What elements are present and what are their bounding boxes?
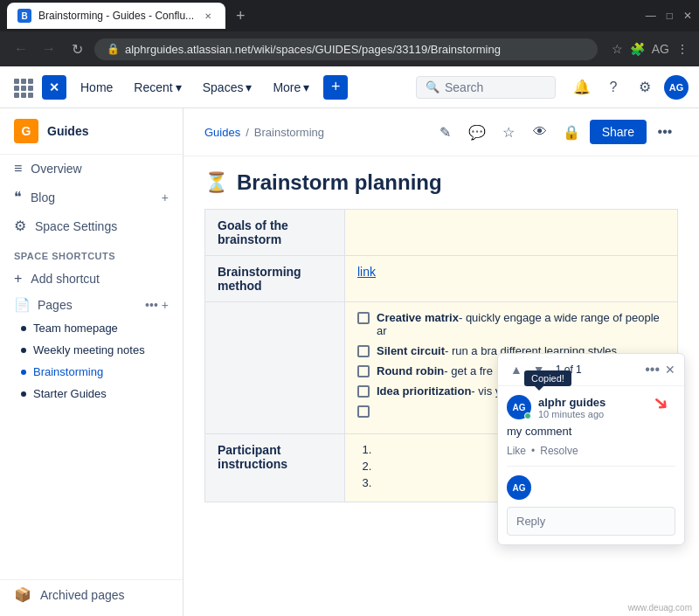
- space-icon: G: [14, 119, 38, 143]
- sidebar-item-brainstorming[interactable]: Brainstorming: [0, 361, 183, 383]
- item-label: Creative matrix: [377, 311, 459, 324]
- checkbox-3[interactable]: [357, 365, 370, 377]
- add-shortcut-label: Add shortcut: [31, 272, 100, 286]
- pages-header-actions: ••• +: [145, 298, 169, 312]
- back-button[interactable]: ←: [10, 41, 31, 57]
- sidebar-item-overview[interactable]: ≡ Overview: [0, 155, 183, 183]
- user-avatar[interactable]: AG: [664, 75, 689, 100]
- extension-icon[interactable]: 🧩: [630, 42, 645, 56]
- tab-close-button[interactable]: ✕: [201, 9, 215, 23]
- address-actions: ☆ 🧩 AG ⋮: [612, 42, 689, 56]
- sidebar-item-weekly-notes[interactable]: Weekly meeting notes: [0, 339, 183, 361]
- table-header-instructions: Participant instructions: [205, 434, 345, 502]
- tree-label: Team homepage: [33, 322, 118, 335]
- settings-icon[interactable]: ⚙: [633, 75, 657, 100]
- sidebar-overview-label: Overview: [31, 162, 81, 176]
- pages-add-icon[interactable]: +: [162, 298, 169, 312]
- maximize-button[interactable]: □: [667, 10, 673, 22]
- comment-prev-button[interactable]: ▲: [507, 361, 526, 378]
- spaces-chevron-icon: ▾: [246, 80, 252, 94]
- minimize-button[interactable]: —: [646, 10, 656, 22]
- confluence-logo[interactable]: ✕: [42, 75, 66, 100]
- help-icon[interactable]: ?: [601, 75, 626, 100]
- search-icon: 🔍: [426, 80, 439, 93]
- url-input[interactable]: 🔒 alphrguides.atlassian.net/wiki/spaces/…: [94, 38, 598, 60]
- forward-button[interactable]: →: [38, 41, 59, 57]
- sidebar-add-shortcut[interactable]: + Add shortcut: [0, 265, 183, 293]
- pages-label: Pages: [38, 298, 73, 312]
- comment-button[interactable]: 💬: [464, 119, 490, 145]
- page-actions: ✎ 💬 ☆ 👁 🔒 Share •••: [433, 119, 678, 145]
- checkbox-2[interactable]: [357, 345, 370, 357]
- blog-add-icon[interactable]: +: [162, 190, 169, 204]
- sidebar-pages-header[interactable]: 📄 Pages ••• +: [0, 293, 183, 317]
- search-bar[interactable]: 🔍 Search: [416, 76, 556, 99]
- page-title-row: ⏳ Brainstorm planning: [204, 170, 678, 195]
- watch-button[interactable]: 👁: [527, 119, 553, 145]
- sidebar-blog-label: Blog: [31, 190, 55, 204]
- sidebar-item-blog[interactable]: ❝ Blog +: [0, 183, 183, 211]
- more-chevron-icon: ▾: [303, 80, 309, 94]
- nav-spaces[interactable]: Spaces ▾: [196, 75, 260, 100]
- profile-icon[interactable]: AG: [652, 42, 669, 56]
- edit-button[interactable]: ✎: [433, 119, 459, 145]
- new-tab-button[interactable]: +: [236, 7, 246, 25]
- comment-user-row: AG alphr guides 10 minutes ago Copied! ➜: [507, 395, 675, 419]
- pages-more-icon[interactable]: •••: [145, 298, 158, 312]
- copied-tooltip: Copied!: [524, 370, 571, 386]
- nav-recent[interactable]: Recent ▾: [127, 75, 188, 100]
- sidebar-archived-pages[interactable]: 📦 Archived pages: [0, 580, 183, 609]
- checkbox-4[interactable]: [357, 385, 370, 398]
- menu-icon[interactable]: ⋮: [676, 42, 689, 56]
- sidebar-space-header[interactable]: G Guides: [0, 108, 183, 155]
- browser-titlebar: B Brainstorming - Guides - Conflu... ✕ +…: [0, 0, 699, 31]
- item-rest: - get a fre: [444, 364, 493, 377]
- sidebar-item-space-settings[interactable]: ⚙ Space Settings: [0, 211, 183, 240]
- reply-user-avatar: AG: [507, 475, 531, 500]
- action-separator: •: [531, 445, 535, 457]
- comment-reply-user-row: AG: [507, 475, 675, 500]
- close-button[interactable]: ✕: [683, 10, 692, 22]
- reply-input[interactable]: Reply: [507, 507, 675, 536]
- item-label: Round robin: [377, 364, 444, 377]
- space-shortcuts-label: SPACE SHORTCUTS: [0, 240, 183, 265]
- create-button[interactable]: +: [323, 75, 348, 100]
- checkbox-1[interactable]: [357, 312, 370, 324]
- main-content: Guides / Brainstorming ✎ 💬 ☆ 👁 🔒 Share •…: [183, 108, 699, 616]
- blog-icon: ❝: [14, 189, 22, 205]
- table-row: Goals of the brainstorm: [205, 210, 678, 256]
- list-item: Creative matrix- quickly engage a wide r…: [357, 311, 665, 337]
- breadcrumb-separator: /: [246, 126, 249, 139]
- restrict-button[interactable]: 🔒: [558, 119, 585, 145]
- sidebar-item-team-homepage[interactable]: Team homepage: [0, 317, 183, 339]
- comment-more-button[interactable]: •••: [645, 362, 660, 377]
- nav-home[interactable]: Home: [73, 75, 120, 100]
- space-settings-label: Space Settings: [35, 219, 117, 233]
- table-header-checklist: [205, 302, 345, 434]
- table-cell-goals: [345, 210, 678, 256]
- browser-tab[interactable]: B Brainstorming - Guides - Conflu... ✕: [7, 3, 225, 29]
- like-button[interactable]: Like: [507, 445, 526, 457]
- star-button[interactable]: ☆: [495, 119, 522, 145]
- nav-more[interactable]: More ▾: [266, 75, 316, 100]
- tree-dot-icon: [21, 391, 26, 397]
- checkbox-5[interactable]: [357, 405, 370, 418]
- apps-grid-icon[interactable]: [10, 75, 35, 100]
- resolve-button[interactable]: Resolve: [540, 445, 578, 457]
- reload-button[interactable]: ↻: [66, 41, 87, 58]
- tree-dot-icon: [21, 326, 26, 331]
- comment-header-actions: ••• ✕: [645, 362, 675, 377]
- method-link[interactable]: link: [357, 265, 376, 279]
- comment-body: AG alphr guides 10 minutes ago Copied! ➜…: [498, 386, 684, 544]
- lock-icon: 🔒: [107, 43, 120, 55]
- notifications-icon[interactable]: 🔔: [570, 75, 594, 100]
- comment-text: my comment: [507, 425, 675, 438]
- more-actions-button[interactable]: •••: [652, 119, 678, 145]
- sidebar-item-starter-guides[interactable]: Starter Guides: [0, 383, 183, 405]
- bookmark-icon[interactable]: ☆: [612, 42, 623, 56]
- breadcrumb-parent[interactable]: Guides: [204, 126, 240, 139]
- address-bar: ← → ↻ 🔒 alphrguides.atlassian.net/wiki/s…: [0, 31, 699, 66]
- share-button[interactable]: Share: [590, 120, 647, 144]
- sidebar-footer: 📦 Archived pages: [0, 579, 183, 609]
- comment-close-button[interactable]: ✕: [665, 363, 675, 377]
